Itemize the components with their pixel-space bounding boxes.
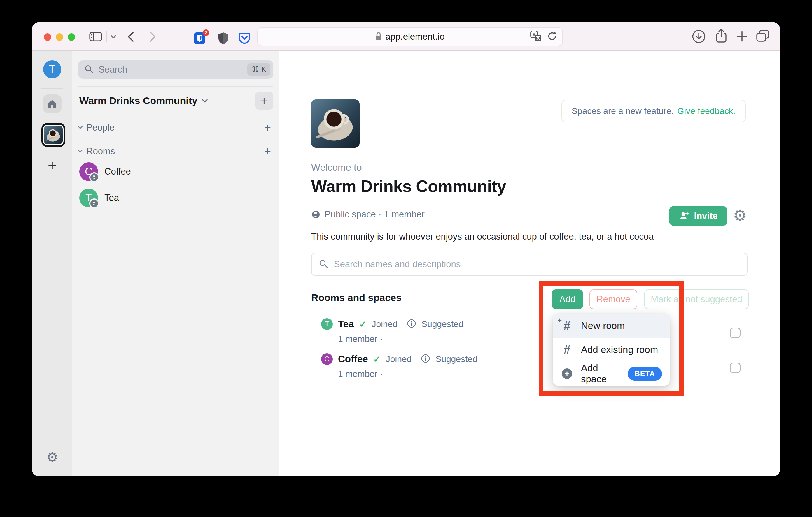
- search-icon: [85, 65, 93, 74]
- space-title: Warm Drinks Community: [311, 177, 506, 196]
- chevron-down-icon: [78, 126, 83, 129]
- search-shortcut-badge: ⌘ K: [247, 63, 270, 76]
- shield-extension-icon[interactable]: [218, 32, 229, 46]
- chevron-down-icon: [202, 99, 208, 103]
- add-dropdown-menu: # + New room # Add existing room +: [553, 314, 670, 386]
- sidebar-search[interactable]: ⌘ K: [78, 60, 273, 79]
- browser-window: 2 app.element.io A: [32, 23, 780, 476]
- result-room-name: Tea: [338, 318, 354, 330]
- sidebar-search-input[interactable]: [98, 64, 243, 75]
- zoom-window-button[interactable]: [68, 33, 75, 41]
- welcome-label: Welcome to: [311, 162, 362, 173]
- room-name: Tea: [105, 193, 119, 203]
- translate-icon[interactable]: A: [530, 31, 542, 43]
- result-room-name: Coffee: [338, 354, 368, 365]
- joined-check-icon: ✓: [359, 319, 366, 329]
- public-room-globe-badge: [89, 172, 99, 182]
- row-checkbox-tea[interactable]: [730, 328, 741, 338]
- space-panel-divider: [41, 88, 63, 89]
- tab-overview-button[interactable]: [756, 29, 770, 43]
- user-avatar[interactable]: T: [43, 60, 61, 79]
- element-app: T: [32, 51, 780, 476]
- pocket-extension-icon[interactable]: [238, 32, 251, 46]
- plus-circle-icon: +: [560, 368, 573, 379]
- chevron-down-icon: [78, 150, 83, 153]
- mark-not-suggested-button[interactable]: Mark as not suggested: [644, 290, 749, 309]
- space-description: This community is for whoever enjoys an …: [311, 232, 654, 242]
- menu-item-add-space[interactable]: + Add space BETA: [553, 362, 670, 386]
- info-circle-icon: [421, 354, 430, 364]
- create-space-button[interactable]: +: [32, 158, 72, 173]
- url-text: app.element.io: [385, 31, 444, 42]
- toolbar-divider: [106, 31, 107, 42]
- rooms-section-header[interactable]: Rooms +: [78, 146, 273, 156]
- sidebar-room-tea[interactable]: T Tea: [79, 188, 272, 208]
- menu-item-label: Add existing room: [581, 344, 658, 355]
- search-icon: [319, 259, 328, 270]
- password-extension-icon[interactable]: 2: [193, 29, 210, 46]
- room-list-panel: ⌘ K Warm Drinks Community + People + Roo…: [72, 51, 279, 476]
- joined-label: Joined: [386, 354, 411, 364]
- space-header[interactable]: Warm Drinks Community: [79, 92, 208, 110]
- people-section-label: People: [86, 122, 261, 133]
- room-list-divider: [78, 86, 273, 87]
- row-checkbox-coffee[interactable]: [730, 363, 741, 373]
- space-info-row: Public space · 1 member: [311, 208, 425, 221]
- remove-button[interactable]: Remove: [589, 290, 637, 309]
- lock-icon: [375, 32, 382, 42]
- people-section-header[interactable]: People +: [78, 122, 273, 133]
- room-avatar-initial: T: [325, 320, 329, 328]
- add-button[interactable]: Add: [552, 290, 583, 309]
- user-avatar-initial: T: [49, 63, 55, 75]
- space-add-button[interactable]: +: [255, 92, 273, 110]
- sidebar-room-coffee[interactable]: C Coffee: [79, 162, 272, 181]
- directory-search[interactable]: [311, 253, 748, 276]
- rooms-and-spaces-heading: Rooms and spaces: [311, 292, 402, 303]
- share-button[interactable]: [715, 28, 727, 44]
- feedback-banner: Spaces are a new feature. Give feedback.: [561, 100, 746, 122]
- home-icon: [47, 99, 57, 109]
- browser-toolbar: 2 app.element.io A: [32, 23, 780, 51]
- close-window-button[interactable]: [44, 33, 51, 41]
- sidebar-toggle-icon[interactable]: [89, 32, 102, 42]
- new-tab-button[interactable]: [735, 30, 748, 44]
- info-circle-icon: [407, 319, 416, 329]
- space-visibility-text: Public space · 1 member: [325, 209, 425, 220]
- give-feedback-link[interactable]: Give feedback.: [677, 106, 735, 116]
- joined-check-icon: ✓: [373, 354, 381, 364]
- results-left-rule: [316, 318, 316, 386]
- space-header-name: Warm Drinks Community: [79, 95, 198, 107]
- menu-item-new-room[interactable]: # + New room: [553, 314, 670, 338]
- room-avatar: C: [79, 162, 98, 181]
- banner-text: Spaces are a new feature.: [572, 106, 674, 116]
- forward-button[interactable]: [149, 31, 156, 43]
- suggested-label: Suggested: [422, 319, 463, 329]
- reload-icon[interactable]: [547, 31, 557, 42]
- add-people-button[interactable]: +: [264, 121, 273, 134]
- address-bar[interactable]: app.element.io A: [257, 27, 563, 46]
- invite-button-label: Invite: [694, 211, 718, 221]
- directory-search-input[interactable]: [334, 259, 740, 270]
- joined-label: Joined: [372, 319, 398, 329]
- back-button[interactable]: [127, 31, 134, 43]
- room-avatar: T: [321, 318, 333, 330]
- space-settings-gear-icon[interactable]: ⚙: [733, 206, 747, 225]
- hash-icon: #: [560, 343, 573, 356]
- home-button[interactable]: [43, 94, 62, 113]
- invite-button[interactable]: Invite: [669, 206, 727, 226]
- sidebar-chevron-down-icon[interactable]: [110, 35, 117, 40]
- beta-badge: BETA: [628, 367, 662, 381]
- add-room-button[interactable]: +: [264, 145, 273, 158]
- menu-item-add-existing-room[interactable]: # Add existing room: [553, 338, 670, 362]
- hash-plus-icon: # +: [560, 320, 573, 332]
- downloads-button[interactable]: [692, 29, 706, 44]
- space-home-view: Spaces are a new feature. Give feedback.…: [279, 51, 780, 476]
- quick-settings-gear-icon[interactable]: ⚙: [32, 449, 72, 465]
- room-avatar-initial: C: [324, 355, 329, 363]
- space-image[interactable]: [311, 99, 359, 148]
- minimize-window-button[interactable]: [56, 33, 63, 41]
- room-name: Coffee: [105, 166, 131, 177]
- rooms-section-label: Rooms: [86, 146, 261, 156]
- space-avatar-selected[interactable]: [41, 123, 65, 147]
- menu-item-label: New room: [581, 320, 625, 331]
